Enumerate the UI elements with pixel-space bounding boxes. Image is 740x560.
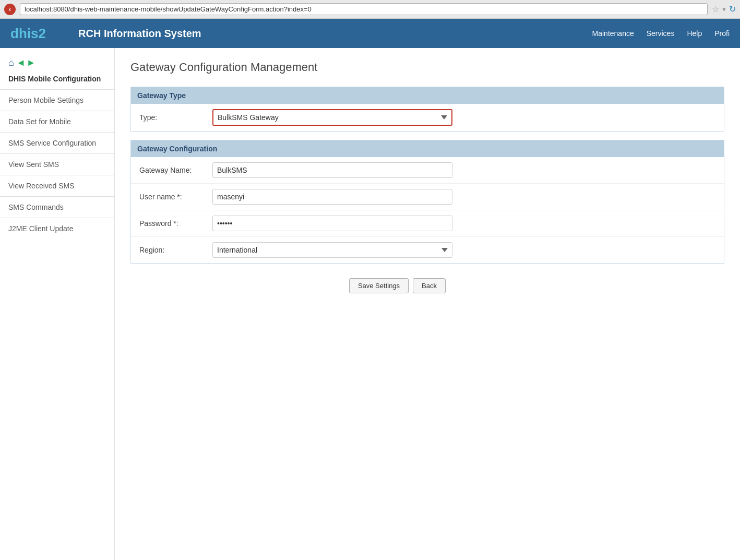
nav-links: Maintenance Services Help Profi <box>592 27 730 40</box>
refresh-icon[interactable]: ↻ <box>729 4 736 14</box>
gateway-config-section: Gateway Configuration Gateway Name: User… <box>130 140 724 264</box>
password-row: Password *: <box>131 210 724 237</box>
browser-back-button[interactable]: ‹ <box>4 4 16 15</box>
logo: dhis2 <box>10 26 63 42</box>
gateway-type-section: Gateway Type Type: BulkSMS Gateway Click… <box>130 87 724 132</box>
username-label: User name *: <box>139 193 212 201</box>
nav-services[interactable]: Services <box>647 27 675 40</box>
gateway-name-row: Gateway Name: <box>131 157 724 184</box>
type-label: Type: <box>139 113 212 122</box>
password-input[interactable] <box>212 216 452 231</box>
gateway-type-header: Gateway Type <box>131 87 724 104</box>
top-navigation: dhis2 RCH Information System Maintenance… <box>0 19 740 48</box>
sidebar-item-sms-service[interactable]: SMS Service Configuration <box>0 132 114 153</box>
sidebar-item-person-mobile[interactable]: Person Mobile Settings <box>0 89 114 111</box>
address-bar[interactable]: localhost:8080/dhis-web-maintenance-mobi… <box>20 3 708 15</box>
password-label: Password *: <box>139 219 212 228</box>
logo-accent: 2 <box>38 26 45 41</box>
app-title: RCH Information System <box>78 28 592 40</box>
sidebar-header: DHIS Mobile Configuration <box>0 70 114 89</box>
nav-arrows: ◄ ► <box>16 57 36 68</box>
nav-profile[interactable]: Profi <box>714 27 730 40</box>
region-select[interactable]: International Africa Americas Asia Pacif… <box>212 242 452 258</box>
gateway-name-input[interactable] <box>212 162 452 178</box>
username-input[interactable] <box>212 189 452 205</box>
logo-text: dhis <box>10 26 38 41</box>
browser-icons: ☆ ▼ ↻ <box>712 4 736 14</box>
sidebar-item-sms-commands[interactable]: SMS Commands <box>0 196 114 218</box>
buttons-row: Save Settings Back <box>130 272 454 300</box>
sidebar-item-view-received[interactable]: View Received SMS <box>0 175 114 196</box>
sidebar: ⌂ ◄ ► DHIS Mobile Configuration Person M… <box>0 48 115 560</box>
content-area: Gateway Configuration Management Gateway… <box>115 48 740 560</box>
home-icon[interactable]: ⌂ <box>8 57 14 68</box>
save-settings-button[interactable]: Save Settings <box>349 278 409 293</box>
main-layout: ⌂ ◄ ► DHIS Mobile Configuration Person M… <box>0 48 740 560</box>
gateway-config-header: Gateway Configuration <box>131 140 724 157</box>
arrow-right-icon[interactable]: ► <box>27 57 36 68</box>
browser-chrome: ‹ localhost:8080/dhis-web-maintenance-mo… <box>0 0 740 19</box>
type-select[interactable]: BulkSMS Gateway Clickatell Gateway HTTP … <box>212 109 452 126</box>
page-title: Gateway Configuration Management <box>130 61 724 74</box>
back-button[interactable]: Back <box>413 278 446 293</box>
sidebar-item-j2me[interactable]: J2ME Client Update <box>0 218 114 239</box>
region-label: Region: <box>139 246 212 254</box>
nav-maintenance[interactable]: Maintenance <box>592 27 634 40</box>
dropdown-icon[interactable]: ▼ <box>721 6 727 13</box>
region-row: Region: International Africa Americas As… <box>131 237 724 263</box>
sidebar-item-view-sent[interactable]: View Sent SMS <box>0 153 114 175</box>
sidebar-item-dataset-mobile[interactable]: Data Set for Mobile <box>0 111 114 132</box>
gateway-name-label: Gateway Name: <box>139 166 212 174</box>
sidebar-icons: ⌂ ◄ ► <box>0 53 114 70</box>
arrow-left-icon[interactable]: ◄ <box>16 57 26 68</box>
type-row: Type: BulkSMS Gateway Clickatell Gateway… <box>131 104 724 131</box>
nav-help[interactable]: Help <box>687 27 702 40</box>
username-row: User name *: <box>131 184 724 210</box>
star-icon[interactable]: ☆ <box>712 4 719 14</box>
